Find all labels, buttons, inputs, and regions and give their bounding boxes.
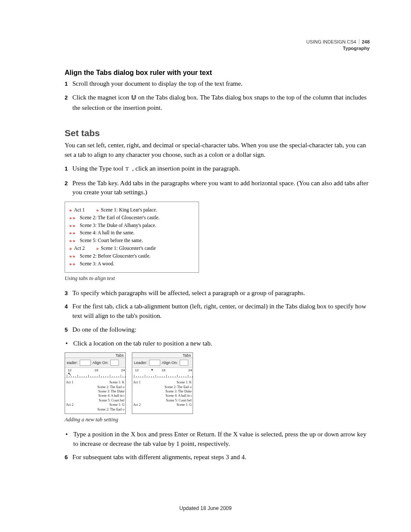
bullet-text: Type a position in the X box and press E… (73, 430, 370, 449)
panel-form-row: eader: Align On: (65, 358, 125, 368)
align-on-label: Align On: (162, 361, 178, 365)
figure-caption: Using tabs to align text (65, 275, 370, 282)
product-name: USING INDESIGN CS4 (306, 39, 356, 44)
magnet-icon (131, 94, 137, 103)
section-name: Typography (306, 45, 370, 52)
figure-tabs-example: » Act 1» Scene 1: King Lear's palace.» »… (65, 202, 199, 273)
leader-label: eader: (67, 361, 78, 365)
intro-paragraph: You can set left, center, right, and dec… (65, 141, 370, 160)
subheading-align-tabs: Align the Tabs dialog box ruler with you… (65, 69, 370, 77)
bullet-dot: • (65, 430, 73, 449)
page-number: 248 (359, 39, 370, 44)
tabs-panel-left: Tabs eader: Align On: ↖ 121824 Act 1Scen… (65, 352, 126, 414)
type-tool-icon: T (125, 165, 131, 174)
leader-field[interactable] (149, 360, 160, 366)
bullet-text: Click a location on the tab ruler to pos… (73, 339, 212, 348)
step-item: 5 Do one of the following: (65, 325, 370, 335)
figure-caption: Adding a new tab setting (65, 417, 370, 423)
step-text: For subsequent tabs with different align… (72, 453, 370, 462)
step-number: 1 (65, 164, 72, 174)
step-number: 2 (65, 179, 72, 198)
page-content: Align the Tabs dialog box ruler with you… (65, 69, 370, 462)
panel-title: Tabs (132, 353, 193, 358)
running-header: USING INDESIGN CS4248 Typography (306, 39, 370, 52)
leader-label: Leader: (134, 361, 147, 365)
page-footer: Updated 18 June 2009 (0, 505, 411, 511)
step-text: Using the Type tool T , click an inserti… (72, 164, 370, 174)
step-item: 2 Click the magnet icon on the Tabs dial… (65, 93, 370, 113)
step-item: 4 For the first tab, click a tab-alignme… (65, 302, 370, 321)
tab-stop-marker[interactable]: ▾ (151, 368, 153, 372)
step-text: For the first tab, click a tab-alignment… (72, 302, 370, 321)
svg-text:T: T (125, 166, 129, 171)
bullet-item: • Type a position in the X box and press… (65, 430, 370, 449)
svg-rect-1 (135, 95, 136, 96)
panel-form-row: Leader: Align On: (132, 358, 193, 368)
align-on-field[interactable] (180, 360, 188, 366)
step-item: 1 Using the Type tool T , click an inser… (65, 164, 370, 174)
bullet-dot: • (65, 339, 73, 348)
step-text: Press the Tab key. Add tabs in the parag… (72, 179, 370, 198)
step-text: Do one of the following: (72, 325, 370, 335)
tab-ruler[interactable]: ↖ 121824 (65, 368, 125, 378)
step-number: 3 (65, 289, 72, 298)
step-text: To specify which paragraphs will be affe… (72, 289, 370, 298)
step-number: 5 (65, 325, 72, 335)
tab-ruler[interactable]: ▾ 121824 (132, 368, 193, 378)
sample-text: Act 1Scene 1: KScene 2: The Earl oScene … (65, 378, 125, 414)
step-number: 2 (65, 93, 72, 113)
svg-rect-0 (132, 95, 133, 96)
bullet-item: • Click a location on the tab ruler to p… (65, 339, 370, 348)
align-on-label: Align On: (93, 361, 109, 365)
step-text: Scroll through your document to display … (72, 79, 370, 89)
step-item: 1 Scroll through your document to displa… (65, 79, 370, 89)
step-text: Click the magnet icon on the Tabs dialog… (72, 93, 370, 113)
tabs-panel-right: Tabs Leader: Align On: ▾ 121824 Act 1Sce… (132, 352, 193, 414)
panel-title: Tabs (65, 353, 125, 358)
align-on-field[interactable] (110, 360, 119, 366)
step-item: 3 To specify which paragraphs will be af… (65, 289, 370, 298)
heading-set-tabs: Set tabs (65, 128, 370, 138)
figure-tab-panels: Tabs eader: Align On: ↖ 121824 Act 1Scen… (65, 352, 370, 414)
step-number: 1 (65, 79, 72, 89)
step-number: 6 (65, 453, 72, 462)
step-item: 6 For subsequent tabs with different ali… (65, 453, 370, 462)
step-item: 2 Press the Tab key. Add tabs in the par… (65, 179, 370, 198)
step-number: 4 (65, 302, 72, 321)
leader-field[interactable] (80, 360, 91, 366)
sample-text: Act 1Scene 1: KScene 2: The Earl oScene … (132, 378, 193, 409)
